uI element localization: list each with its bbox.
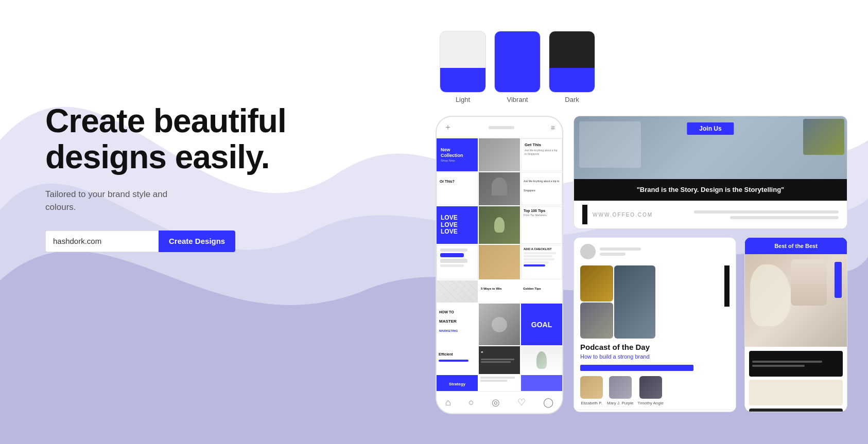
heart-icon: ♡ bbox=[517, 397, 526, 408]
home-icon: ⌂ bbox=[445, 397, 451, 408]
grid-cell-quote: " bbox=[479, 346, 520, 374]
podcast-images-2 bbox=[614, 265, 655, 339]
podcast-guest-img-2 bbox=[609, 376, 632, 399]
grid-cell-tips: Top 100 Tips From Top Marketers bbox=[521, 206, 562, 244]
story-person-area bbox=[791, 259, 827, 306]
grid-cell-love: LOVELOVELOVE bbox=[437, 206, 478, 244]
phone-top-bar: ＋ ≡ bbox=[437, 117, 562, 138]
theme-light-label: Light bbox=[456, 96, 470, 103]
grid-cell-5ways: 5 Ways to Win bbox=[479, 280, 520, 303]
grid-cell-howto: HOW TO MASTER MARKETING bbox=[437, 304, 478, 345]
grid-cell-person bbox=[479, 245, 520, 279]
story-main-image bbox=[745, 254, 847, 347]
phone-grid: NewCollectionShop Now Get This Ask Me An… bbox=[437, 138, 562, 394]
blog-card-dark-section: "Brand is the Story. Design is the Story… bbox=[574, 179, 847, 201]
hero-right: Light Vibrant Dark ＋ ≡ NewCollectionShop… bbox=[436, 31, 847, 414]
theme-dark[interactable]: Dark bbox=[549, 31, 595, 103]
grid-cell-ask: Ask Me Anything about a trip to Singapor… bbox=[521, 172, 562, 205]
podcast-guests: Elizabeth P. Mary J. Purple Timothy Angi… bbox=[574, 376, 736, 405]
profile-icon: ◯ bbox=[543, 397, 553, 408]
blog-quote: "Brand is the Story. Design is the Story… bbox=[580, 185, 841, 194]
podcast-dark-accent bbox=[724, 265, 730, 307]
podcast-guest-3: Timothy Angie bbox=[638, 376, 664, 405]
podcast-img-2 bbox=[580, 303, 613, 339]
grid-cell-circle bbox=[479, 304, 520, 345]
grid-cell-plant bbox=[521, 346, 562, 374]
podcast-guest-img-3 bbox=[639, 376, 662, 399]
podcast-guest-name-3: Timothy Angie bbox=[638, 401, 664, 405]
story-bottom bbox=[745, 347, 847, 412]
podcast-header-lines bbox=[600, 247, 641, 256]
join-us-banner: Join Us bbox=[687, 122, 734, 135]
podcast-card: Podcast of the Day How to build a strong… bbox=[574, 237, 736, 412]
grid-cell-marble bbox=[437, 280, 478, 303]
bottom-cards: Podcast of the Day How to build a strong… bbox=[574, 237, 847, 412]
headline: Create beautiful designs easily. bbox=[45, 103, 303, 175]
grid-cell-action bbox=[437, 245, 478, 279]
podcast-avatar bbox=[580, 244, 596, 259]
hero-left: Create beautiful designs easily. Tailore… bbox=[45, 103, 303, 252]
theme-selector: Light Vibrant Dark bbox=[440, 31, 847, 103]
url-input[interactable] bbox=[45, 230, 159, 252]
podcast-guest-name-1: Elizabeth P. bbox=[581, 401, 602, 405]
subtitle: Tailored to your brand style and colours… bbox=[45, 188, 189, 214]
story-beige-block bbox=[749, 380, 843, 405]
offeo-url: WWW.OFFEO.COM bbox=[593, 212, 653, 218]
plus-icon: ＋ bbox=[444, 122, 452, 133]
podcast-img-1 bbox=[580, 265, 613, 301]
theme-vibrant[interactable]: Vibrant bbox=[494, 31, 541, 103]
podcast-guest-2: Mary J. Purple bbox=[607, 376, 634, 405]
story-card: Best of the Best bbox=[744, 237, 847, 412]
menu-icon: ≡ bbox=[551, 123, 555, 132]
phone-mockup: ＋ ≡ NewCollectionShop Now Get This Ask M… bbox=[436, 116, 563, 414]
preview-content: ＋ ≡ NewCollectionShop Now Get This Ask M… bbox=[436, 116, 847, 414]
podcast-accent-bar bbox=[580, 365, 693, 371]
create-designs-button[interactable]: Create Designs bbox=[159, 230, 235, 252]
grid-cell-efficient: Efficient bbox=[437, 346, 478, 374]
theme-dark-label: Dark bbox=[565, 96, 579, 103]
story-blue-accent bbox=[835, 262, 842, 298]
podcast-guest-1: Elizabeth P. bbox=[580, 376, 603, 405]
theme-vibrant-label: Vibrant bbox=[507, 96, 528, 103]
grid-cell-or-this: Or This? bbox=[437, 172, 478, 205]
phone-bottom-nav: ⌂ ○ ◎ ♡ ◯ bbox=[437, 391, 562, 413]
podcast-images bbox=[580, 265, 613, 339]
blog-card: Join Us "Brand is the Story. Design is t… bbox=[574, 116, 847, 229]
input-row: Create Designs bbox=[45, 230, 303, 252]
podcast-guest-img-1 bbox=[580, 376, 603, 399]
grid-cell-goal: GOAL bbox=[521, 304, 562, 345]
grid-cell-get-this: Get This Ask Me Anything about a trip to… bbox=[521, 138, 562, 171]
grid-cell-golden: Golden Tips bbox=[521, 280, 562, 303]
podcast-subtitle: How to build a strong brand bbox=[574, 353, 736, 360]
podcast-image-area bbox=[574, 265, 736, 339]
story-dark-bottom bbox=[749, 409, 843, 412]
blog-card-white: WWW.OFFEO.COM bbox=[574, 201, 847, 228]
podcast-interaction-bar: ♡ ○ ↗ bbox=[574, 410, 736, 412]
grid-cell-photo1 bbox=[479, 138, 520, 171]
grid-cell-checklist: ADD A CHECKLIST bbox=[521, 245, 562, 279]
grid-cell-dark-arch bbox=[479, 172, 520, 205]
phone-bar-line bbox=[489, 126, 514, 129]
search-icon: ○ bbox=[468, 397, 474, 408]
podcast-img-3 bbox=[614, 265, 655, 339]
grid-cell-plants bbox=[479, 206, 520, 244]
podcast-title: Podcast of the Day bbox=[574, 343, 736, 351]
story-header: Best of the Best bbox=[745, 238, 847, 254]
podcast-guest-name-2: Mary J. Purple bbox=[607, 401, 634, 405]
theme-light[interactable]: Light bbox=[440, 31, 486, 103]
story-dark-block bbox=[749, 351, 843, 377]
podcast-header bbox=[574, 238, 736, 265]
grid-cell-new-collection: NewCollectionShop Now bbox=[437, 138, 478, 171]
blog-card-image-area: Join Us bbox=[574, 116, 847, 179]
right-cards: Join Us "Brand is the Story. Design is t… bbox=[574, 116, 847, 414]
camera-icon: ◎ bbox=[492, 397, 500, 408]
